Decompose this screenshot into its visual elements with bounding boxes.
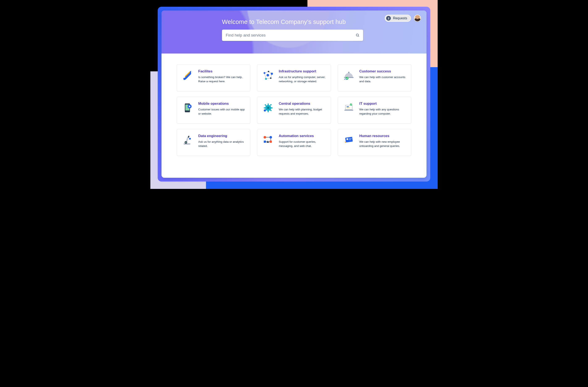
requests-button[interactable]: 2 Requests [385, 15, 411, 22]
svg-rect-27 [270, 104, 272, 106]
card-desc: Ask us for anything computer, server, ne… [279, 75, 326, 83]
card-title: Facilites [198, 69, 246, 73]
card-title: Data engineering [198, 134, 246, 138]
svg-point-53 [346, 138, 348, 140]
requests-count-badge: 2 [386, 16, 391, 20]
svg-point-29 [267, 107, 270, 109]
svg-rect-49 [270, 141, 272, 143]
card-data-engineering[interactable]: Data engineering Ask us for anything dat… [177, 129, 250, 156]
card-title: Infrastructure support [279, 69, 326, 73]
support-hub-app: 2 Requests Welcome to Telecom Company's … [162, 10, 426, 178]
hero-banner: 2 Requests Welcome to Telecom Company's … [162, 10, 426, 54]
card-desc: Is something broken? We can help. Raise … [198, 75, 246, 83]
svg-rect-22 [268, 110, 269, 112]
card-customer-success[interactable]: Customer success We can help with custom… [338, 64, 411, 91]
cloche-icon [342, 69, 355, 82]
card-desc: Support for customer queries, messaging,… [279, 140, 326, 148]
svg-rect-25 [265, 104, 267, 106]
svg-rect-50 [264, 141, 266, 143]
svg-rect-54 [349, 138, 352, 139]
svg-rect-37 [184, 143, 190, 144]
svg-point-8 [271, 73, 273, 75]
microscope-icon [181, 134, 194, 146]
card-desc: We can help with any questions regarding… [359, 107, 407, 116]
svg-point-7 [268, 71, 270, 72]
search-icon [356, 33, 360, 37]
phone-icon [181, 102, 194, 114]
svg-point-13 [348, 72, 349, 73]
card-desc: We can help with planning, budget reques… [279, 107, 326, 116]
svg-rect-21 [268, 103, 269, 105]
svg-line-1 [358, 36, 359, 37]
card-human-resources[interactable]: Human resources We can help with new emp… [338, 129, 411, 156]
svg-point-40 [186, 142, 187, 143]
svg-rect-24 [271, 107, 273, 108]
page-title: Welcome to Telecom Company's support hub [222, 19, 363, 25]
svg-rect-12 [344, 77, 354, 78]
svg-point-0 [356, 34, 358, 36]
search-bar[interactable] [222, 30, 363, 41]
svg-point-42 [189, 138, 191, 140]
card-desc: Ask us for anything data or analytics re… [198, 140, 246, 148]
requests-label: Requests [393, 16, 407, 20]
card-title: Human resources [359, 134, 407, 138]
category-grid: Facilites Is something broken? We can he… [177, 64, 411, 156]
card-desc: Customer issues with our mobile app or w… [198, 107, 246, 116]
card-central-operations[interactable]: Central operations We can help with plan… [257, 97, 331, 124]
svg-point-30 [264, 109, 266, 112]
svg-rect-32 [346, 105, 352, 109]
svg-rect-55 [349, 140, 351, 140]
svg-point-4 [183, 78, 186, 80]
card-title: Mobile operations [198, 102, 246, 106]
svg-point-6 [264, 72, 265, 74]
svg-rect-35 [346, 107, 350, 108]
card-title: IT support [359, 102, 407, 106]
card-title: Central operations [279, 102, 326, 106]
svg-rect-41 [188, 136, 189, 138]
card-title: Automation services [279, 134, 326, 138]
tools-icon [181, 69, 194, 82]
gear-icon [262, 102, 274, 114]
svg-point-10 [265, 78, 267, 80]
card-facilities[interactable]: Facilites Is something broken? We can he… [177, 64, 250, 91]
card-desc: We can help with new employee onboarding… [359, 140, 407, 148]
network-icon [262, 69, 274, 82]
search-input[interactable] [226, 33, 353, 38]
idcard-icon [342, 134, 355, 146]
avatar[interactable] [414, 15, 421, 22]
card-mobile-operations[interactable]: Mobile operations Customer issues with o… [177, 97, 250, 124]
card-desc: We can help with customer accounts and d… [359, 75, 407, 83]
card-title: Customer success [359, 69, 407, 73]
svg-rect-34 [346, 106, 349, 107]
laptop-icon [342, 102, 355, 114]
svg-point-19 [189, 106, 190, 107]
card-it-support[interactable]: IT support We can help with any question… [338, 97, 411, 124]
svg-marker-56 [345, 142, 346, 143]
svg-rect-33 [344, 110, 353, 111]
card-infrastructure-support[interactable]: Infrastructure support Ask us for anythi… [257, 64, 331, 91]
svg-point-9 [270, 78, 272, 79]
flow-icon [262, 134, 274, 146]
svg-point-11 [267, 74, 269, 76]
svg-point-47 [264, 136, 266, 139]
card-automation-services[interactable]: Automation services Support for customer… [257, 129, 331, 156]
svg-point-48 [270, 136, 272, 139]
svg-rect-23 [264, 107, 266, 108]
